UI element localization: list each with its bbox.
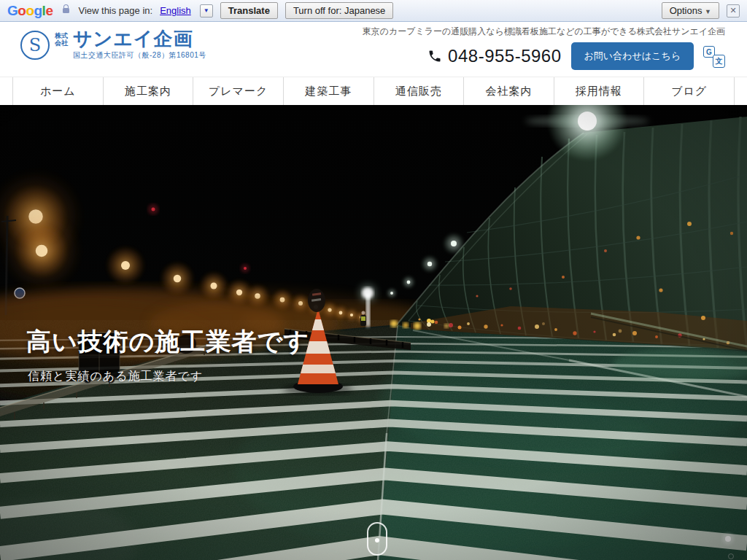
company-logo-link[interactable]: S 株式 会社 サンエイ企画 国土交通大臣許可（般-28）第16801号 <box>20 28 206 61</box>
google-translate-bar: Google View this page in: English ▼ Tran… <box>0 0 747 22</box>
chevron-down-icon: ▼ <box>204 7 209 14</box>
nav-item-company[interactable]: 会社案内 <box>464 77 554 105</box>
license-number: 国土交通大臣許可（般-28）第16801号 <box>73 50 206 61</box>
nav-item-recruit[interactable]: 採用情報 <box>554 77 645 105</box>
turn-off-button[interactable]: Turn off for: Japanese <box>285 2 393 19</box>
translate-button[interactable]: Translate <box>220 2 278 19</box>
close-icon[interactable]: ✕ <box>727 4 740 18</box>
language-link[interactable]: English <box>160 5 191 16</box>
site-tagline: 東京のカーブミラーの通販購入なら標識看板施工などの工事ができる株式会社サンエイ企… <box>363 26 725 38</box>
company-name: サンエイ企画 <box>73 28 206 49</box>
nav-item-building-works[interactable]: 建築工事 <box>284 77 374 105</box>
lock-icon <box>63 8 69 13</box>
view-page-label: View this page in: <box>78 5 152 16</box>
phone-number: 048-955-5960 <box>427 46 561 66</box>
logo-s-mark-icon: S <box>20 31 50 60</box>
phone-icon <box>427 49 442 63</box>
nav-item-home[interactable]: ホーム <box>13 77 104 105</box>
logo-company-prefix: 株式 会社 <box>55 32 68 47</box>
nav-item-construction-guide[interactable]: 施工案内 <box>104 77 194 105</box>
nav-inner: ホーム 施工案内 プレマーク 建築工事 通信販売 会社案内 採用情報 ブログ <box>12 77 735 105</box>
translate-icon[interactable]: G 文 <box>703 44 725 68</box>
language-dropdown[interactable]: ▼ <box>200 4 213 18</box>
hero-subtitle: 信頼と実績のある施工業者です <box>28 369 203 384</box>
nav-item-online-shop[interactable]: 通信販売 <box>374 77 465 105</box>
site-header: S 株式 会社 サンエイ企画 国土交通大臣許可（般-28）第16801号 東京の… <box>0 22 747 77</box>
hero-section: 高い技術の施工業者です 信頼と実績のある施工業者です <box>0 105 747 560</box>
main-nav: ホーム 施工案内 プレマーク 建築工事 通信販売 会社案内 採用情報 ブログ <box>0 77 747 105</box>
nav-item-premark[interactable]: プレマーク <box>193 77 284 105</box>
options-button[interactable]: Options ▼ <box>662 2 719 19</box>
contact-button[interactable]: お問い合わせはこちら <box>571 42 694 70</box>
logo-text-block: サンエイ企画 国土交通大臣許可（般-28）第16801号 <box>73 28 206 61</box>
hero-title: 高い技術の施工業者です <box>26 325 309 359</box>
nav-item-blog[interactable]: ブログ <box>644 77 735 105</box>
header-contact-row: 048-955-5960 お問い合わせはこちら G 文 <box>427 42 725 70</box>
google-logo: Google <box>7 4 53 18</box>
chevron-down-icon: ▼ <box>705 8 711 15</box>
scroll-indicator-icon <box>367 522 387 556</box>
